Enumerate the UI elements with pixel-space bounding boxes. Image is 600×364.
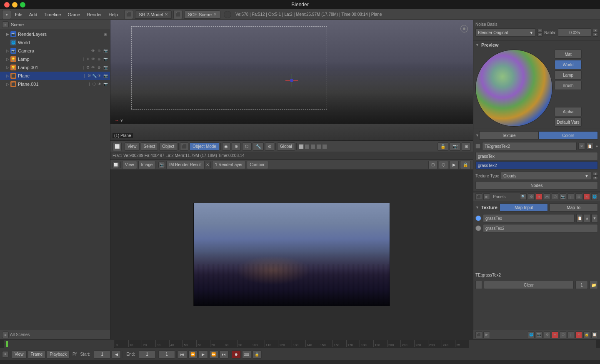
tab-sr2model[interactable]: SR:2-Model ✕: [135, 10, 172, 19]
preview-lamp-btn[interactable]: Lamp: [555, 70, 582, 80]
prev-keyframe[interactable]: ⏪: [188, 350, 198, 359]
panel-icon-12[interactable]: 🌐: [591, 193, 598, 200]
outliner-item-renderlayers[interactable]: ▶ 📷 RenderLayers ▣: [0, 30, 110, 38]
preview-default-btn[interactable]: Default Vars: [555, 117, 582, 127]
viewport-menu-icon[interactable]: ⬜: [112, 142, 122, 151]
playback-mode-icon[interactable]: ≡: [2, 351, 9, 358]
viewport-extra[interactable]: ⊞: [462, 142, 471, 151]
nabla-value[interactable]: 0.025: [558, 28, 591, 37]
right-bottom-icon-8[interactable]: |: [568, 332, 574, 338]
minimize-button[interactable]: [12, 2, 18, 7]
current-frame[interactable]: 1: [158, 350, 175, 359]
texture-list-grasstex2[interactable]: grassTex2: [475, 161, 598, 170]
layer-3[interactable]: [310, 144, 315, 149]
jump-start[interactable]: ⏮: [178, 350, 187, 359]
combine-btn[interactable]: Combin:: [247, 161, 268, 169]
close-button[interactable]: [4, 2, 10, 7]
menu-add[interactable]: Add: [26, 11, 40, 18]
map-slot-1-name[interactable]: grassTex: [483, 214, 575, 222]
outliner-item-plane[interactable]: ▷ ⬛ Plane | ⚒ 🔧 👁 📷: [0, 72, 110, 80]
plane001-vis[interactable]: 👁: [97, 82, 102, 87]
world-icon-btn[interactable]: [224, 11, 231, 18]
preview-alpha-btn[interactable]: Alpha: [555, 107, 582, 116]
right-bottom-icon-9[interactable]: ✕: [575, 332, 582, 338]
lamp-vis[interactable]: 👁: [90, 57, 95, 62]
preview-mat-btn[interactable]: Mat: [555, 50, 582, 59]
image-editor-icon[interactable]: ⬜: [112, 162, 119, 168]
nabla-up[interactable]: ▲: [593, 29, 598, 32]
camera-render[interactable]: 📷: [103, 48, 108, 53]
texture-tab[interactable]: Texture: [479, 131, 539, 140]
panel-icon-9[interactable]: |: [568, 193, 574, 200]
transform-tools[interactable]: ⊕: [232, 142, 241, 151]
map-slot-2-name[interactable]: grassTex2: [483, 224, 598, 232]
global-btn[interactable]: Global: [277, 142, 295, 151]
plane001-render[interactable]: 📷: [103, 82, 108, 87]
layer-1[interactable]: [299, 144, 304, 149]
outliner-item-lamp[interactable]: ▷ 💡 Lamp | ☀ 👁 ⊕ 📷: [0, 55, 110, 63]
map-slot-1-up[interactable]: ▲: [584, 214, 590, 222]
panel-icon-5[interactable]: ●: [536, 193, 542, 200]
lock-btn[interactable]: 🔒: [438, 142, 448, 151]
proportional-btn[interactable]: ⊙: [265, 142, 274, 151]
right-bottom-icon-2[interactable]: ▶: [483, 332, 490, 338]
end-value[interactable]: 1: [139, 350, 155, 359]
camera-view-btn[interactable]: 📷: [450, 142, 460, 151]
lamp001-render[interactable]: 📷: [103, 65, 108, 70]
blender-icon[interactable]: ●: [2, 10, 11, 19]
layer-5[interactable]: [322, 144, 327, 149]
image-menu-btn[interactable]: Image: [138, 161, 156, 169]
nodes-btn[interactable]: Nodes: [475, 181, 598, 189]
fit-btn[interactable]: ⬡: [439, 161, 448, 169]
menu-file[interactable]: File: [12, 11, 25, 18]
map-slot-1-copy[interactable]: 📋: [576, 214, 583, 222]
right-bottom-icon-3[interactable]: 🌐: [528, 332, 535, 338]
lamp001-vis[interactable]: 👁: [90, 65, 95, 70]
texture-type-dropdown[interactable]: Clouds ▼: [501, 172, 591, 180]
play-btn[interactable]: ▶: [199, 350, 208, 359]
outliner-icon[interactable]: ≡: [2, 21, 9, 28]
autokey-btn[interactable]: ⌨: [242, 350, 251, 359]
lamp-sel[interactable]: ⊕: [97, 57, 102, 62]
layer-2[interactable]: [305, 144, 310, 149]
right-bottom-icon-11[interactable]: 📋: [591, 332, 598, 338]
outliner-item-lamp001[interactable]: ▷ 💡 Lamp.001 | ⚙ 👁 ⊕ 📷: [0, 63, 110, 72]
tab-close-2[interactable]: ✕: [213, 12, 217, 17]
layer-4[interactable]: [316, 144, 321, 149]
object-menu[interactable]: Object: [159, 142, 177, 151]
panel-icon-10[interactable]: ⊞: [575, 193, 582, 200]
camera-vis[interactable]: 👁: [90, 48, 95, 53]
texture-slot-clear[interactable]: ✕: [578, 143, 585, 150]
tab-close-1[interactable]: ✕: [165, 12, 168, 17]
preview-brush-btn[interactable]: Brush: [555, 81, 582, 90]
view-menu[interactable]: View: [125, 142, 140, 151]
menu-timeline[interactable]: Timeline: [41, 11, 64, 18]
map-slot-1-down[interactable]: ▼: [591, 214, 598, 222]
outliner-item-plane001[interactable]: ▷ ⬛ Plane.001 | ⬡ 👁 📷: [0, 80, 110, 88]
snap-btn[interactable]: 🔧: [253, 142, 264, 151]
noise-basis-dropdown[interactable]: Blender Original ▼: [475, 28, 536, 37]
lamp001-sel[interactable]: ⊕: [97, 65, 102, 70]
pivot-btn[interactable]: ⬡: [242, 142, 252, 151]
renderlayer-select[interactable]: 1 RenderLayer: [212, 161, 245, 169]
right-bottom-icon-10[interactable]: 🔒: [583, 332, 590, 338]
panel-icon-4[interactable]: ⚙: [528, 193, 535, 200]
file-icon[interactable]: 📁: [590, 281, 598, 289]
maximize-button[interactable]: [20, 2, 25, 7]
right-bottom-icon-1[interactable]: ⬛: [475, 332, 482, 338]
start-value[interactable]: 1: [94, 350, 110, 359]
nabla-down[interactable]: ▼: [593, 33, 598, 37]
menu-help[interactable]: Help: [106, 11, 121, 18]
render-lock[interactable]: 🔒: [460, 161, 471, 169]
panel-icon-11[interactable]: ✕: [583, 193, 590, 200]
outliner-item-camera[interactable]: ▷ 📷 Camera 👁 ⊕ 📷: [0, 47, 110, 55]
panel-icon-1[interactable]: ⬛: [475, 193, 482, 200]
texture-type-up[interactable]: ▲: [593, 172, 598, 176]
right-bottom-icon-4[interactable]: 📷: [536, 332, 542, 338]
outliner-bottom-icon[interactable]: ≡: [2, 332, 9, 338]
tab-scene[interactable]: SCE:Scene ✕: [184, 10, 220, 19]
plane-vis[interactable]: 👁: [97, 73, 102, 78]
render-result-label[interactable]: IM:Render Result: [166, 161, 205, 169]
menu-game[interactable]: Game: [65, 11, 83, 18]
panel-icon-3[interactable]: 🔍: [520, 193, 527, 200]
